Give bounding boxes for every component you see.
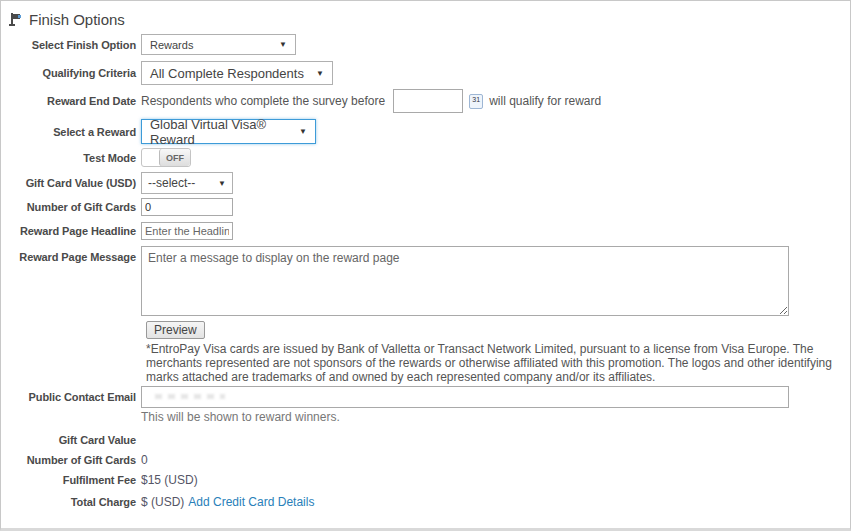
number-of-gift-cards-input[interactable] bbox=[141, 198, 233, 216]
select-finish-option-label: Select Finish Option bbox=[1, 39, 141, 51]
reward-end-date-prefix: Respondents who complete the survey befo… bbox=[141, 94, 385, 108]
charge-summary: Gift Card Value Number of Gift Cards 0 F… bbox=[1, 430, 850, 512]
summary-fulfilment-fee: Fulfilment Fee $15 (USD) bbox=[1, 470, 850, 490]
reward-page-message-textarea[interactable] bbox=[141, 246, 789, 316]
summary-gift-card-value: Gift Card Value bbox=[1, 430, 850, 450]
row-select-finish-option: Select Finish Option Rewards ▼ bbox=[1, 34, 850, 55]
summary-number-of-gift-cards-label: Number of Gift Cards bbox=[1, 454, 141, 466]
row-public-contact-email: Public Contact Email This will be shown … bbox=[1, 386, 850, 424]
qualifying-criteria-value: All Complete Respondents bbox=[150, 66, 304, 81]
summary-total-charge-amount: $ (USD) bbox=[141, 495, 184, 509]
row-select-a-reward: Select a Reward Global Virtual Visa® Rew… bbox=[1, 119, 850, 144]
page-header: Finish Options bbox=[9, 9, 850, 29]
reward-end-date-label: Reward End Date bbox=[1, 95, 141, 107]
preview-button[interactable]: Preview bbox=[146, 321, 205, 339]
gift-card-value-dropdown[interactable]: --select-- ▼ bbox=[141, 172, 233, 194]
reward-page-message-label: Reward Page Message bbox=[1, 246, 141, 263]
row-reward-end-date: Reward End Date Respondents who complete… bbox=[1, 89, 850, 113]
test-mode-state: OFF bbox=[159, 149, 190, 166]
gift-card-value-label: Gift Card Value (USD) bbox=[1, 177, 141, 189]
summary-gift-card-value-label: Gift Card Value bbox=[1, 434, 141, 446]
gift-card-value-selected: --select-- bbox=[148, 176, 195, 190]
test-mode-toggle[interactable]: OFF bbox=[141, 148, 191, 167]
row-preview: Preview bbox=[1, 320, 850, 339]
reward-page-headline-label: Reward Page Headline bbox=[1, 225, 141, 237]
reward-end-date-input[interactable] bbox=[393, 89, 463, 113]
row-number-of-gift-cards: Number of Gift Cards bbox=[1, 198, 850, 216]
select-finish-option-dropdown[interactable]: Rewards ▼ bbox=[141, 34, 296, 55]
number-of-gift-cards-label: Number of Gift Cards bbox=[1, 201, 141, 213]
summary-total-charge-label: Total Charge bbox=[1, 496, 141, 508]
public-contact-email-input[interactable] bbox=[141, 386, 789, 408]
row-qualifying-criteria: Qualifying Criteria All Complete Respond… bbox=[1, 61, 850, 85]
summary-number-of-gift-cards-count: 0 bbox=[141, 453, 148, 467]
qualifying-criteria-dropdown[interactable]: All Complete Respondents ▼ bbox=[141, 61, 333, 85]
calendar-icon[interactable]: 31 bbox=[469, 94, 483, 109]
row-reward-page-headline: Reward Page Headline bbox=[1, 222, 850, 240]
select-a-reward-dropdown[interactable]: Global Virtual Visa® Reward ▼ bbox=[141, 119, 316, 144]
reward-end-date-suffix: will qualify for reward bbox=[489, 94, 601, 108]
row-gift-card-value: Gift Card Value (USD) --select-- ▼ bbox=[1, 172, 850, 194]
select-finish-option-value: Rewards bbox=[150, 39, 193, 51]
caret-down-icon: ▼ bbox=[299, 127, 307, 136]
caret-down-icon: ▼ bbox=[316, 69, 324, 78]
summary-fulfilment-fee-label: Fulfilment Fee bbox=[1, 474, 141, 486]
reward-page-headline-input[interactable] bbox=[141, 222, 233, 240]
summary-fulfilment-fee-amount: $15 (USD) bbox=[141, 473, 198, 487]
page-title: Finish Options bbox=[29, 11, 125, 28]
select-a-reward-value: Global Virtual Visa® Reward bbox=[150, 117, 291, 147]
finish-options-panel: Finish Options Select Finish Option Rewa… bbox=[0, 0, 851, 531]
entropay-disclaimer: *EntroPay Visa cards are issued by Bank … bbox=[146, 342, 846, 384]
summary-total-charge: Total Charge $ (USD) Add Credit Card Det… bbox=[1, 492, 850, 512]
caret-down-icon: ▼ bbox=[218, 179, 226, 188]
qualifying-criteria-label: Qualifying Criteria bbox=[1, 67, 141, 79]
select-a-reward-label: Select a Reward bbox=[1, 126, 141, 138]
row-test-mode: Test Mode OFF bbox=[1, 148, 850, 167]
add-credit-card-link[interactable]: Add Credit Card Details bbox=[188, 495, 314, 509]
public-contact-email-helper: This will be shown to reward winners. bbox=[141, 410, 340, 424]
summary-number-of-gift-cards: Number of Gift Cards 0 bbox=[1, 450, 850, 470]
test-mode-label: Test Mode bbox=[1, 152, 141, 164]
row-reward-page-message: Reward Page Message bbox=[1, 246, 850, 316]
finish-flag-icon bbox=[9, 12, 23, 26]
public-contact-email-label: Public Contact Email bbox=[1, 386, 141, 403]
caret-down-icon: ▼ bbox=[279, 40, 287, 49]
